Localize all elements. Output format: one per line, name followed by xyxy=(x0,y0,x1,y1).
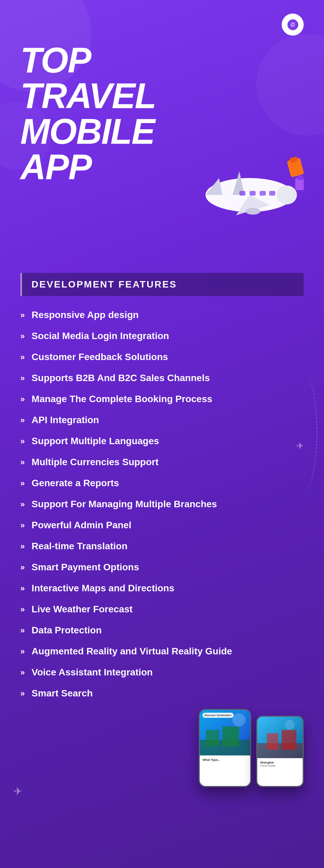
feature-text-1: Responsive App design xyxy=(31,310,138,320)
feature-text-11: Powerful Admin Panel xyxy=(31,520,131,531)
feature-item-4: »Supports B2B And B2C Sales Channels xyxy=(20,373,304,383)
section-header: DEVELOPMENT FEATURES xyxy=(20,273,304,296)
feature-text-12: Real-time Translation xyxy=(31,541,127,552)
bottom-airplane-decoration: ✈ xyxy=(14,785,22,797)
phone1-content: What Type... xyxy=(200,755,250,786)
chevron-icon-10: » xyxy=(20,500,25,508)
phone1-image: Discover Destination xyxy=(200,710,250,755)
svg-rect-9 xyxy=(269,191,275,196)
feature-item-2: »Social Media Login Integration xyxy=(20,331,304,341)
feature-text-15: Live Weather Forecast xyxy=(31,604,132,615)
svg-rect-19 xyxy=(222,727,239,746)
phone2-content: Shanghai Travel Guide xyxy=(257,758,303,786)
feature-item-10: »Support For Managing Multiple Branches xyxy=(20,499,304,510)
chevron-icon-18: » xyxy=(20,668,25,676)
chevron-icon-9: » xyxy=(20,479,25,487)
chevron-icon-12: » xyxy=(20,542,25,550)
features-section: DEVELOPMENT FEATURES »Responsive App des… xyxy=(20,273,304,699)
logo-area: © xyxy=(20,14,304,36)
svg-point-20 xyxy=(232,713,245,727)
feature-list: »Responsive App design»Social Media Logi… xyxy=(20,310,304,699)
phone-container: Discover Destination xyxy=(20,709,304,787)
feature-text-9: Generate a Reports xyxy=(31,478,119,489)
feature-item-15: »Live Weather Forecast xyxy=(20,604,304,615)
feature-text-16: Data Protection xyxy=(31,625,102,636)
feature-item-19: »Smart Search xyxy=(20,688,304,699)
airplane-illustration xyxy=(182,151,304,225)
chevron-icon-16: » xyxy=(20,626,25,634)
feature-text-18: Voice Assistant Integration xyxy=(31,667,153,678)
chevron-icon-14: » xyxy=(20,584,25,592)
chevron-icon-8: » xyxy=(20,458,25,466)
chevron-icon-13: » xyxy=(20,563,25,571)
svg-point-11 xyxy=(245,208,260,215)
feature-text-4: Supports B2B And B2C Sales Channels xyxy=(31,373,210,383)
phone1-badge: Discover Destination xyxy=(202,713,234,718)
feature-item-9: »Generate a Reports xyxy=(20,478,304,489)
svg-rect-24 xyxy=(282,730,297,750)
chevron-icon-19: » xyxy=(20,689,25,697)
feature-item-7: »Support Multiple Languages xyxy=(20,436,304,447)
chevron-icon-5: » xyxy=(20,395,25,403)
feature-item-14: »Interactive Maps and Directions xyxy=(20,583,304,594)
svg-text:©: © xyxy=(290,21,295,28)
feature-text-17: Augmented Reality and Virtual Reality Gu… xyxy=(31,646,232,657)
feature-text-13: Smart Payment Options xyxy=(31,562,139,573)
feature-text-2: Social Media Login Integration xyxy=(31,331,169,341)
chevron-icon-15: » xyxy=(20,605,25,613)
svg-point-3 xyxy=(277,185,297,204)
feature-text-5: Manage The Complete Booking Process xyxy=(31,394,212,405)
feature-text-10: Support For Managing Multiple Branches xyxy=(31,499,217,510)
section-header-text: DEVELOPMENT FEATURES xyxy=(31,279,177,290)
feature-item-16: »Data Protection xyxy=(20,625,304,636)
bottom-phones: Discover Destination xyxy=(20,709,304,797)
plane-decoration: ✈ xyxy=(296,441,304,451)
svg-rect-7 xyxy=(250,191,256,196)
feature-item-8: »Multiple Currencies Support xyxy=(20,457,304,468)
chevron-icon-7: » xyxy=(20,437,25,445)
feature-text-3: Customer Feedback Solutions xyxy=(31,352,168,362)
feature-item-13: »Smart Payment Options xyxy=(20,562,304,573)
feature-text-7: Support Multiple Languages xyxy=(31,436,159,447)
chevron-icon-3: » xyxy=(20,353,25,361)
feature-item-12: »Real-time Translation xyxy=(20,541,304,552)
chevron-icon-11: » xyxy=(20,521,25,529)
phone-mockup-1: Discover Destination xyxy=(199,709,251,787)
feature-text-6: API Integration xyxy=(31,415,99,426)
svg-marker-4 xyxy=(206,178,222,195)
feature-item-1: »Responsive App design xyxy=(20,310,304,320)
chevron-icon-6: » xyxy=(20,416,25,424)
chevron-icon-1: » xyxy=(20,311,25,319)
hero-illustration xyxy=(20,192,304,259)
feature-text-8: Multiple Currencies Support xyxy=(31,457,158,468)
svg-rect-23 xyxy=(267,733,278,750)
svg-point-25 xyxy=(285,720,295,730)
feature-text-14: Interactive Maps and Directions xyxy=(31,583,174,594)
feature-item-5: »Manage The Complete Booking Process xyxy=(20,394,304,405)
feature-item-18: »Voice Assistant Integration xyxy=(20,667,304,678)
feature-item-17: »Augmented Reality and Virtual Reality G… xyxy=(20,646,304,657)
feature-item-6: »API Integration xyxy=(20,415,304,426)
feature-text-19: Smart Search xyxy=(31,688,93,699)
chevron-icon-2: » xyxy=(20,332,25,340)
svg-rect-18 xyxy=(206,730,219,746)
svg-rect-6 xyxy=(239,191,245,196)
phone2-image xyxy=(257,717,303,758)
feature-item-3: »Customer Feedback Solutions xyxy=(20,352,304,362)
svg-rect-15 xyxy=(298,176,303,180)
company-logo: © xyxy=(282,14,304,36)
phone-mockup-2: Shanghai Travel Guide xyxy=(256,716,304,787)
svg-rect-8 xyxy=(260,191,266,196)
chevron-icon-17: » xyxy=(20,647,25,655)
feature-item-11: »Powerful Admin Panel xyxy=(20,520,304,531)
chevron-icon-4: » xyxy=(20,374,25,382)
